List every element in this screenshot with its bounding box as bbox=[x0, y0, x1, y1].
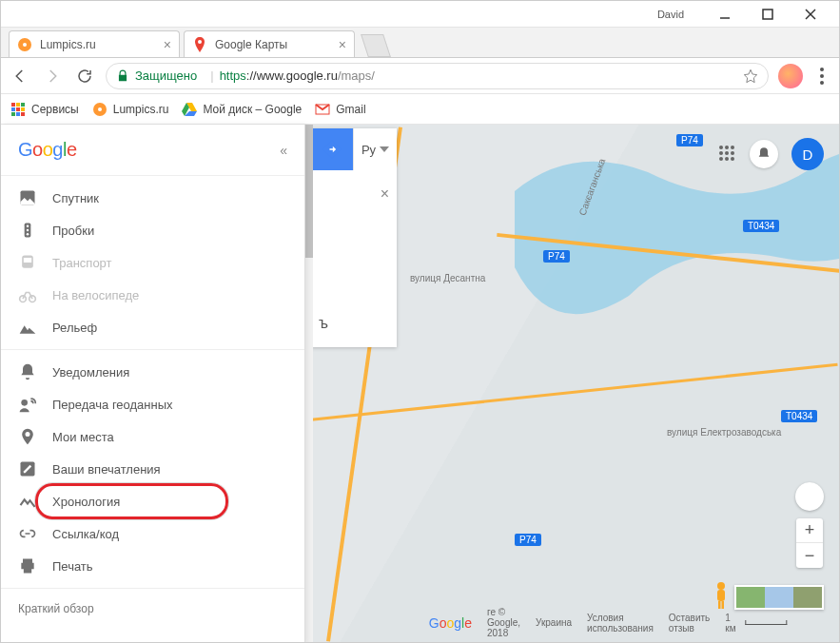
bike-icon bbox=[18, 285, 37, 304]
link-icon bbox=[18, 524, 37, 543]
back-button[interactable] bbox=[9, 65, 31, 88]
google-logo: Google bbox=[18, 139, 77, 161]
chrome-profile-avatar[interactable] bbox=[778, 64, 803, 88]
svg-rect-12 bbox=[21, 107, 25, 111]
bookmark-lumpics[interactable]: Lumpics.ru bbox=[92, 102, 169, 117]
google-apps-button[interactable] bbox=[719, 146, 736, 163]
sidebar-item-print[interactable]: Печать bbox=[1, 550, 304, 582]
window-maximize-button[interactable] bbox=[746, 1, 789, 28]
feedback-link[interactable]: Оставить отзыв bbox=[669, 613, 711, 633]
directions-button[interactable] bbox=[311, 128, 353, 170]
url-text: https://www.google.ru/maps/ bbox=[220, 68, 375, 83]
bookmarks-bar: Сервисы Lumpics.ru Мой диск – Google Gma… bbox=[1, 94, 839, 125]
svg-point-6 bbox=[198, 40, 202, 44]
window-close-button[interactable] bbox=[789, 1, 831, 28]
sidebar-item-share-location[interactable]: Передача геоданных bbox=[1, 388, 304, 420]
notifications-button[interactable] bbox=[750, 140, 778, 168]
sidebar-item-link[interactable]: Ссылка/код bbox=[1, 517, 304, 550]
zoom-in-button[interactable]: + bbox=[796, 518, 823, 543]
chevron-down-icon bbox=[380, 146, 389, 152]
pegman-button[interactable] bbox=[712, 581, 731, 610]
sidebar-item-transit[interactable]: Транспорт bbox=[1, 246, 304, 279]
bookmark-services[interactable]: Сервисы bbox=[10, 102, 79, 117]
lang-label: Ру bbox=[361, 143, 376, 157]
sidebar-item-label: Спутник bbox=[52, 191, 99, 205]
svg-rect-14 bbox=[16, 112, 20, 116]
overview-label: Краткий обзор bbox=[18, 602, 94, 615]
bookmark-label: Сервисы bbox=[31, 103, 79, 116]
sidebar-item-notifications[interactable]: Уведомления bbox=[1, 356, 304, 388]
sidebar-item-label: Мои места bbox=[52, 430, 114, 444]
map-zoom-controls: + − bbox=[795, 482, 824, 568]
lock-icon bbox=[116, 69, 129, 83]
sidebar-item-contributions[interactable]: Ваши впечатления bbox=[1, 453, 304, 485]
sidebar-group-personal: Уведомления Передача геоданных Мои места… bbox=[1, 350, 304, 589]
svg-point-22 bbox=[27, 229, 29, 232]
maps-favicon-icon bbox=[192, 37, 207, 52]
map-canvas[interactable]: P74 T0434 P74 T0434 P74 Сакєаганська вул… bbox=[305, 125, 839, 643]
copyright-text: ге © Google, 2018 bbox=[487, 607, 520, 638]
forward-button[interactable] bbox=[41, 65, 64, 88]
chrome-menu-button[interactable] bbox=[812, 68, 831, 85]
window-minimize-button[interactable] bbox=[703, 1, 746, 28]
google-logo-small: Google bbox=[429, 615, 472, 631]
zoom-control: + − bbox=[796, 518, 823, 568]
svg-rect-25 bbox=[24, 258, 31, 263]
sidebar-item-label: Хронология bbox=[52, 495, 120, 509]
tab-title: Google Карты bbox=[215, 38, 333, 51]
url-input[interactable]: Защищено | https://www.google.ru/maps/ bbox=[106, 63, 769, 89]
svg-rect-1 bbox=[763, 10, 772, 19]
road-badge: P74 bbox=[543, 250, 570, 263]
svg-rect-9 bbox=[21, 103, 25, 107]
tab-google-maps[interactable]: Google Карты × bbox=[184, 30, 355, 57]
account-avatar[interactable]: D bbox=[791, 138, 824, 170]
sidebar-item-bike[interactable]: На велосипеде bbox=[1, 279, 304, 311]
bookmark-gmail[interactable]: Gmail bbox=[315, 102, 365, 117]
collapse-sidebar-button[interactable]: « bbox=[280, 143, 287, 158]
sidebar-item-satellite[interactable]: Спутник bbox=[1, 182, 304, 214]
sidebar-item-terrain[interactable]: Рельеф bbox=[1, 311, 304, 343]
edit-icon bbox=[18, 459, 37, 478]
avatar-initial: D bbox=[803, 146, 813, 163]
sidebar-item-label: Транспорт bbox=[52, 256, 112, 270]
road-badge: P74 bbox=[676, 134, 703, 146]
road-badge: T0434 bbox=[743, 220, 779, 232]
svg-point-26 bbox=[20, 296, 27, 302]
road-badge: T0434 bbox=[781, 410, 817, 422]
sidebar-item-traffic[interactable]: Пробки bbox=[1, 214, 304, 246]
sidebar-item-label: Уведомления bbox=[52, 365, 129, 380]
sidebar-item-label: Ваши впечатления bbox=[52, 462, 161, 477]
gmail-icon bbox=[315, 102, 330, 117]
search-close-button[interactable]: × bbox=[381, 185, 389, 203]
tab-title: Lumpics.ru bbox=[40, 38, 158, 51]
map-header-controls: D bbox=[719, 138, 824, 170]
drive-icon bbox=[182, 102, 197, 117]
window-titlebar: David bbox=[1, 1, 839, 28]
search-panel-top: Ру bbox=[311, 128, 397, 170]
reload-button[interactable] bbox=[73, 65, 96, 88]
compass-button[interactable] bbox=[795, 482, 824, 511]
sidebar-item-label: Передача геоданных bbox=[52, 398, 173, 412]
bookmark-label: Gmail bbox=[336, 103, 365, 116]
svg-point-23 bbox=[27, 233, 29, 236]
traffic-icon bbox=[18, 221, 37, 240]
svg-rect-15 bbox=[21, 112, 25, 116]
sidebar-item-label: Рельеф bbox=[52, 321, 97, 335]
road-badge: P74 bbox=[515, 534, 541, 546]
sidebar-item-timeline[interactable]: Хронология bbox=[1, 485, 304, 517]
tab-lumpics[interactable]: Lumpics.ru × bbox=[9, 30, 180, 57]
tab-close-button[interactable]: × bbox=[164, 37, 171, 52]
sidebar-overview-link[interactable]: Краткий обзор bbox=[1, 589, 304, 629]
lumpics-icon bbox=[92, 102, 107, 117]
svg-point-27 bbox=[29, 296, 36, 302]
zoom-out-button[interactable]: − bbox=[796, 543, 823, 568]
svg-rect-7 bbox=[11, 103, 15, 107]
language-toggle[interactable]: Ру bbox=[353, 128, 397, 170]
terms-link[interactable]: Условия использования bbox=[587, 613, 654, 633]
sidebar-item-my-places[interactable]: Мои места bbox=[1, 420, 304, 453]
satellite-icon bbox=[18, 188, 37, 207]
tab-close-button[interactable]: × bbox=[339, 37, 346, 52]
new-tab-button[interactable] bbox=[361, 34, 391, 57]
bookmark-drive[interactable]: Мой диск – Google bbox=[182, 102, 302, 117]
bookmark-star-icon[interactable] bbox=[743, 68, 758, 84]
